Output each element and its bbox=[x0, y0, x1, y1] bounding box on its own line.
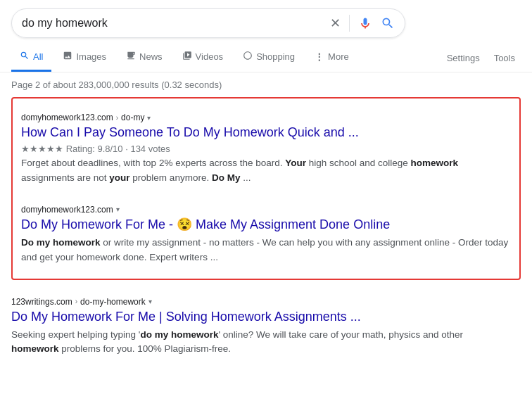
site-name: domyhomework123.com bbox=[21, 113, 113, 122]
result-title-link[interactable]: Do My Homework For Me | Solving Homework… bbox=[11, 309, 509, 325]
search-input[interactable]: do my homework bbox=[22, 17, 324, 30]
result-snippet: Seeking expert helping typing 'do my hom… bbox=[11, 328, 509, 357]
result-item: domyhomework123.com ▾ Do My Homework For… bbox=[21, 199, 511, 270]
emoji-icon: 😵 bbox=[177, 217, 192, 231]
result-item: 123writings.com › do-my-homework ▾ Do My… bbox=[11, 291, 509, 362]
search-button[interactable] bbox=[381, 16, 395, 30]
breadcrumb: do-my-homework bbox=[80, 297, 146, 307]
tab-images[interactable]: Images bbox=[54, 44, 115, 72]
tab-shopping[interactable]: Shopping bbox=[234, 44, 303, 72]
result-title-link[interactable]: How Can I Pay Someone To Do My Homework … bbox=[21, 125, 511, 141]
breadcrumb-arrow: › bbox=[75, 298, 77, 305]
divider bbox=[349, 15, 350, 32]
result-site: domyhomework123.com › do-my ▾ bbox=[21, 113, 511, 122]
nav-tabs: All Images News Videos Shopping ⋮ More S… bbox=[0, 38, 532, 72]
videos-icon bbox=[182, 51, 192, 63]
highlighted-results-box: domyhomework123.com › do-my ▾ How Can I … bbox=[11, 97, 521, 280]
results-area: domyhomework123.com › do-my ▾ How Can I … bbox=[0, 94, 532, 371]
star-icons: ★★★★★ bbox=[21, 144, 63, 154]
tab-videos-label: Videos bbox=[196, 51, 224, 62]
result-site: domyhomework123.com ▾ bbox=[21, 205, 511, 215]
microphone-button[interactable] bbox=[358, 16, 372, 30]
result-divider bbox=[21, 191, 511, 199]
tab-all-label: All bbox=[33, 51, 43, 62]
tab-videos[interactable]: Videos bbox=[174, 44, 232, 72]
tab-news[interactable]: News bbox=[118, 44, 171, 72]
search-bar-wrapper: do my homework ✕ bbox=[0, 0, 532, 38]
outside-result: 123writings.com › do-my-homework ▾ Do My… bbox=[11, 286, 521, 368]
rating-text: Rating: 9.8/10 · 134 votes bbox=[66, 144, 170, 154]
clear-search-button[interactable]: ✕ bbox=[330, 17, 341, 30]
tab-all[interactable]: All bbox=[11, 44, 51, 72]
result-site: 123writings.com › do-my-homework ▾ bbox=[11, 297, 509, 307]
more-dots-icon: ⋮ bbox=[315, 51, 324, 62]
tab-images-label: Images bbox=[76, 51, 106, 62]
result-item: domyhomework123.com › do-my ▾ How Can I … bbox=[21, 107, 511, 191]
all-icon bbox=[20, 51, 30, 63]
tab-more-label: More bbox=[328, 51, 349, 62]
dropdown-arrow-icon[interactable]: ▾ bbox=[116, 205, 120, 213]
result-title-link[interactable]: Do My Homework For Me - 😵 Make My Assign… bbox=[21, 217, 511, 233]
search-bar-icons: ✕ bbox=[330, 15, 395, 32]
tab-more[interactable]: ⋮ More bbox=[306, 44, 357, 71]
result-snippet: Forget about deadlines, with top 2% expe… bbox=[21, 156, 511, 185]
breadcrumb-arrow: › bbox=[116, 114, 118, 122]
tab-shopping-label: Shopping bbox=[256, 51, 295, 62]
breadcrumb: do-my bbox=[121, 113, 144, 122]
images-icon bbox=[63, 51, 72, 63]
search-bar: do my homework ✕ bbox=[11, 8, 405, 38]
shopping-icon bbox=[243, 51, 253, 63]
result-rating: ★★★★★ Rating: 9.8/10 · 134 votes bbox=[21, 144, 511, 154]
title-text-2: Make My Assignment Done Online bbox=[192, 217, 390, 231]
site-name: 123writings.com bbox=[11, 297, 72, 307]
settings-link[interactable]: Settings bbox=[441, 46, 486, 70]
dropdown-arrow-icon[interactable]: ▾ bbox=[148, 298, 152, 305]
dropdown-arrow-icon[interactable]: ▾ bbox=[147, 114, 151, 122]
mic-icon bbox=[358, 16, 372, 30]
site-name: domyhomework123.com bbox=[21, 205, 113, 215]
tab-news-label: News bbox=[139, 51, 163, 62]
results-info: Page 2 of about 283,000,000 results (0.3… bbox=[0, 72, 532, 94]
title-text: Do My Homework For Me - bbox=[21, 217, 177, 231]
result-snippet: Do my homework or write my assignment - … bbox=[21, 236, 511, 265]
news-icon bbox=[126, 51, 136, 63]
search-icon bbox=[381, 16, 395, 30]
tools-link[interactable]: Tools bbox=[488, 46, 521, 70]
